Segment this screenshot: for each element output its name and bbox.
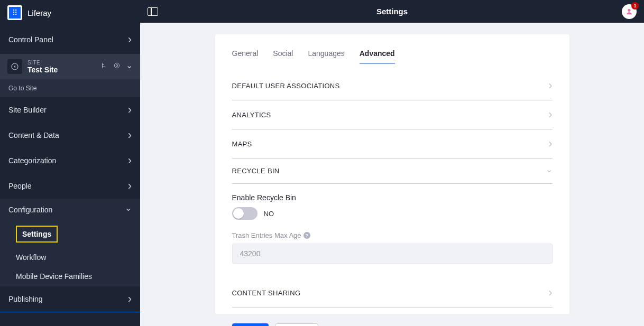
content-scroll: General Social Languages Advanced DEFAUL… bbox=[140, 23, 644, 326]
tab-languages[interactable]: Languages bbox=[308, 49, 344, 64]
chevron-right-icon bbox=[128, 154, 132, 167]
sidebar-item-content-data[interactable]: Content & Data bbox=[0, 123, 140, 148]
cancel-button[interactable]: Cancel bbox=[275, 323, 318, 326]
sidebar-subitem-label: Settings bbox=[16, 226, 58, 243]
sidebar-subitem-label: Mobile Device Families bbox=[16, 272, 92, 281]
sidebar-item-people[interactable]: People bbox=[0, 173, 140, 199]
svg-point-1 bbox=[114, 63, 119, 68]
chevron-right-icon bbox=[548, 79, 552, 92]
configuration-group: Configuration Settings Workflow Mobile D… bbox=[0, 199, 140, 286]
section-analytics[interactable]: ANALYTICS bbox=[232, 100, 553, 129]
site-label: SITE bbox=[27, 60, 100, 66]
chevron-right-icon bbox=[548, 286, 552, 300]
section-title: CONTENT SHARING bbox=[232, 289, 301, 297]
brand-row: ⠿ Liferay bbox=[0, 0, 140, 25]
help-icon[interactable]: ? bbox=[303, 232, 310, 239]
chevron-down-icon bbox=[125, 204, 132, 215]
chevron-right-icon bbox=[548, 108, 552, 122]
tab-social[interactable]: Social bbox=[273, 49, 293, 64]
sidebar: ⠿ Liferay Control Panel SITE Test Site G… bbox=[0, 0, 140, 326]
section-maps[interactable]: MAPS bbox=[232, 129, 553, 159]
settings-card: General Social Languages Advanced DEFAUL… bbox=[215, 34, 569, 314]
chevron-right-icon bbox=[128, 292, 132, 306]
brand-name: Liferay bbox=[27, 8, 51, 17]
site-meta: SITE Test Site bbox=[27, 60, 100, 74]
chevron-right-icon bbox=[128, 103, 132, 117]
tab-general[interactable]: General bbox=[232, 49, 259, 64]
section-title: RECYCLE BIN bbox=[232, 167, 280, 175]
tab-advanced[interactable]: Advanced bbox=[360, 49, 395, 64]
svg-point-2 bbox=[116, 64, 118, 67]
tab-bar: General Social Languages Advanced bbox=[232, 49, 553, 64]
section-title: MAPS bbox=[232, 140, 252, 148]
form-actions: Save Cancel bbox=[232, 323, 553, 326]
sidebar-item-label: Site Builder bbox=[8, 106, 47, 114]
compass-icon bbox=[7, 59, 22, 74]
site-name: Test Site bbox=[27, 66, 100, 74]
site-selector[interactable]: SITE Test Site bbox=[0, 54, 140, 79]
sidebar-item-site-builder[interactable]: Site Builder bbox=[0, 97, 140, 123]
toggle-knob bbox=[233, 208, 244, 219]
notification-badge: 1 bbox=[631, 2, 639, 10]
sidebar-item-categorization[interactable]: Categorization bbox=[0, 148, 140, 173]
sidebar-subitem-label: Workflow bbox=[16, 253, 46, 262]
trash-max-age-text: Trash Entries Max Age bbox=[232, 231, 301, 239]
section-title: DEFAULT USER ASSOCIATIONS bbox=[232, 82, 340, 90]
control-panel-label: Control Panel bbox=[8, 35, 53, 44]
sidebar-item-publishing[interactable]: Publishing bbox=[0, 286, 140, 312]
sidebar-item-label: Content & Data bbox=[8, 131, 59, 139]
chevron-down-icon bbox=[546, 166, 553, 176]
sidebar-item-configuration[interactable]: Configuration bbox=[0, 199, 140, 220]
chevron-down-icon bbox=[126, 62, 133, 72]
go-to-site-link[interactable]: Go to Site bbox=[0, 79, 140, 97]
go-to-site-label: Go to Site bbox=[8, 85, 36, 92]
section-title: ANALYTICS bbox=[232, 111, 271, 119]
chevron-right-icon bbox=[548, 137, 552, 151]
sidebar-subitem-mobile-device[interactable]: Mobile Device Families bbox=[0, 267, 140, 286]
enable-recycle-label: Enable Recycle Bin bbox=[232, 193, 553, 202]
sidebar-subitem-settings[interactable]: Settings bbox=[0, 220, 140, 248]
save-button[interactable]: Save bbox=[232, 323, 269, 326]
trash-max-age-label: Trash Entries Max Age ? bbox=[232, 231, 553, 239]
user-avatar[interactable]: 1 bbox=[622, 4, 637, 19]
main-area: Settings 1 General Social Languages Adva… bbox=[140, 0, 644, 326]
liferay-logo-icon: ⠿ bbox=[7, 5, 22, 20]
target-icon[interactable] bbox=[113, 62, 121, 71]
sidebar-item-label: People bbox=[8, 182, 32, 190]
control-panel-link[interactable]: Control Panel bbox=[0, 25, 140, 54]
sidebar-subitem-workflow[interactable]: Workflow bbox=[0, 248, 140, 267]
sidebar-item-label: Publishing bbox=[8, 295, 43, 303]
recycle-bin-form: Enable Recycle Bin NO Trash Entries Max … bbox=[232, 184, 553, 268]
sidebar-item-label: Categorization bbox=[8, 156, 56, 165]
chevron-right-icon bbox=[128, 128, 132, 142]
chevron-right-icon bbox=[128, 33, 132, 46]
section-default-user-associations[interactable]: DEFAULT USER ASSOCIATIONS bbox=[232, 77, 553, 100]
topbar: Settings 1 bbox=[140, 0, 644, 23]
hierarchy-icon[interactable] bbox=[100, 62, 108, 71]
sidebar-item-label: Configuration bbox=[8, 206, 52, 214]
enable-recycle-toggle[interactable] bbox=[232, 207, 257, 220]
section-content-sharing[interactable]: CONTENT SHARING bbox=[232, 278, 553, 308]
trash-max-age-input[interactable] bbox=[232, 244, 553, 264]
toggle-state-text: NO bbox=[264, 210, 274, 218]
page-title: Settings bbox=[140, 7, 644, 16]
sidebar-toggle-icon[interactable] bbox=[148, 7, 158, 16]
chevron-right-icon bbox=[128, 179, 132, 193]
section-recycle-bin[interactable]: RECYCLE BIN bbox=[232, 159, 553, 184]
